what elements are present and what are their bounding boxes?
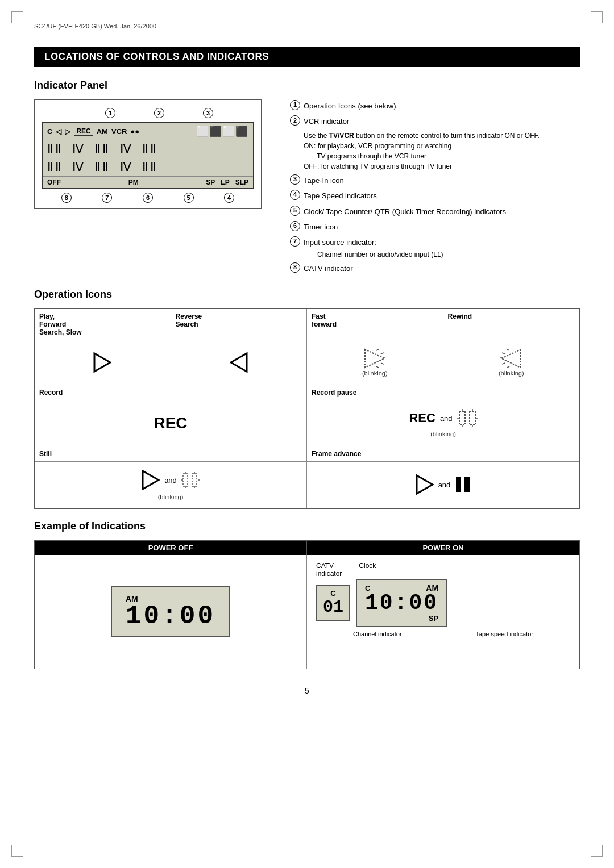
power-on-time: 10:00: [365, 592, 438, 614]
ops-icon-record-pause: REC and: [307, 400, 579, 446]
ops-icon-frame-advance: and: [307, 462, 579, 507]
indicator-item-3: 3 Tape-In icon: [290, 174, 580, 187]
svg-line-4: [381, 353, 384, 354]
circle-num-1: 1: [105, 108, 115, 118]
corner-mark-tl: [11, 11, 23, 23]
indicator-item-4: 4 Tape Speed indicators: [290, 189, 580, 202]
power-on-displays: C 01 C AM 10:00 SP: [316, 579, 570, 627]
ops-label-frame-advance: Frame advance: [307, 446, 579, 462]
record-pause-blink: (blinking): [430, 431, 456, 437]
svg-rect-15: [470, 411, 475, 425]
corner-mark-bl: [11, 845, 23, 857]
ops-blink-note-rw: (blinking): [499, 370, 524, 377]
ops-label-record-pause: Record pause: [307, 385, 579, 400]
ops-label-play: Play, Forward Search, Slow: [35, 309, 171, 340]
lcd-off-label: OFF: [47, 178, 61, 186]
lcd-dots: ●●: [130, 127, 139, 136]
example-title: Example of Indications: [34, 520, 580, 532]
ops-icon-rewind: (blinking): [443, 340, 580, 385]
ops-label-reverse: Reverse Search: [171, 309, 308, 340]
channel-indicator-label: Channel indicator: [353, 631, 402, 637]
operation-icons-table: Play, Forward Search, Slow Reverse Searc…: [34, 308, 580, 509]
lcd-pm-label: PM: [128, 178, 139, 186]
seg-row1: ⅡⅡ Ⅳ ⅡⅡ Ⅳ ⅡⅡ: [47, 141, 158, 157]
ops-label-fast: Fast forward: [307, 309, 443, 340]
power-on-sp: SP: [365, 614, 438, 623]
still-blink: (blinking): [158, 494, 184, 500]
indicator-panel-title: Indicator Panel: [34, 80, 580, 91]
time-display: C AM 10:00 SP: [356, 579, 447, 627]
circle-num-3: 3: [203, 108, 213, 118]
circle-num-8: 8: [61, 193, 72, 203]
svg-rect-23: [183, 474, 188, 486]
corner-mark-tr: [591, 11, 603, 23]
lcd-slp-label: SLP: [235, 178, 248, 186]
svg-marker-2: [365, 349, 384, 368]
svg-marker-0: [94, 353, 110, 372]
svg-rect-14: [459, 411, 465, 425]
ops-icon-reverse: [171, 340, 308, 385]
svg-rect-24: [192, 474, 197, 486]
rec-icon: REC: [154, 414, 187, 432]
operation-icons-title: Operation Icons: [34, 289, 580, 301]
circle-num-6: 6: [143, 193, 153, 203]
channel-c-label: C: [330, 589, 335, 598]
svg-marker-22: [143, 471, 159, 489]
circle-num-7: 7: [102, 193, 112, 203]
corner-mark-br: [591, 845, 603, 857]
ops-label-still: Still: [35, 446, 306, 462]
lcd-am-label: AM: [97, 127, 108, 136]
indicator-item-7: 7 Input source indicator: Channel number…: [290, 236, 580, 259]
clock-label: Clock: [359, 562, 376, 578]
indicator-panel-diagram: 1 2 3 C ◁ ▷ REC AM VCR ●●: [34, 99, 262, 209]
ops-blink-note-ff: (blinking): [362, 370, 388, 377]
lcd-vcr-label: VCR: [111, 127, 127, 136]
power-off-display: AM 10:00: [35, 555, 307, 669]
circle-num-2: 2: [154, 108, 164, 118]
circle-num-5: 5: [184, 193, 194, 203]
channel-display: C 01: [316, 585, 350, 621]
page-number: 5: [34, 686, 580, 695]
svg-marker-8: [501, 349, 521, 368]
power-on-bottom-labels: Channel indicator Tape speed indicator: [316, 631, 570, 637]
svg-line-12: [502, 363, 505, 364]
power-off-header: POWER OFF: [35, 541, 307, 555]
ops-icon-fast-forward: (blinking): [307, 340, 443, 385]
tape-speed-label: Tape speed indicator: [476, 631, 534, 637]
svg-marker-1: [231, 353, 247, 372]
indicator-item-8: 8 CATV indicator: [290, 262, 580, 275]
lcd-c-label: C: [47, 127, 52, 136]
svg-rect-33: [464, 477, 470, 492]
power-on-display: CATVindicator Clock C 01 C A: [307, 555, 579, 669]
lcd-rec-label: REC: [74, 127, 93, 136]
svg-marker-31: [417, 475, 433, 494]
rec-pause-rec-text: REC: [409, 411, 435, 425]
lcd-sp-label: SP: [206, 178, 215, 186]
ops-icon-still: and (blinking): [35, 462, 306, 508]
indicator-item-2: 2 VCR indicator: [290, 115, 580, 128]
example-table: POWER OFF POWER ON AM 10:00 CATVindicato…: [34, 540, 580, 669]
indicator-item-5: 5 Clock/ Tape Counter/ QTR (Quick Timer …: [290, 205, 580, 218]
catv-label: CATVindicator: [316, 562, 342, 578]
svg-line-10: [502, 353, 505, 354]
channel-number: 01: [323, 598, 343, 617]
svg-line-7: [376, 366, 379, 368]
frame-and: and: [438, 481, 451, 489]
lcd-seg-indicators: ⬜⬛⬜⬛: [196, 125, 248, 137]
indicator-list: 1 Operation Icons (see below). 2 VCR ind…: [290, 99, 580, 275]
ops-icon-play: [35, 340, 171, 385]
lcd-next-icon: ▷: [65, 127, 70, 136]
svg-line-13: [507, 366, 509, 368]
svg-line-6: [381, 363, 384, 364]
svg-rect-32: [456, 477, 461, 492]
still-and: and: [164, 476, 177, 485]
rec-pause-and: and: [440, 414, 453, 423]
power-on-top-labels: CATVindicator Clock: [316, 562, 570, 578]
seg-row2: ⅡⅡ Ⅳ ⅡⅡ Ⅳ ⅡⅡ: [47, 160, 158, 175]
circle-num-4: 4: [224, 193, 234, 203]
indicator-item-2-sub: Use the TV/VCR button on the remote cont…: [290, 131, 580, 172]
ops-label-record: Record: [35, 385, 306, 400]
lcd-prev-icon: ◁: [56, 127, 61, 136]
indicator-item-6: 6 Timer icon: [290, 220, 580, 233]
lcd-lp-label: LP: [221, 178, 229, 186]
